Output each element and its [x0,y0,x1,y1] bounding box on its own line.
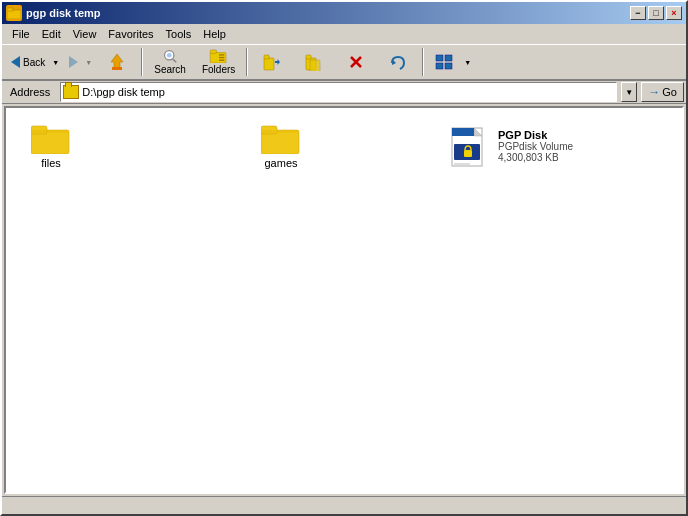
svg-rect-3 [112,67,122,70]
svg-rect-24 [436,63,443,69]
copy-icon [305,53,323,71]
svg-rect-23 [445,55,452,61]
back-dropdown-button[interactable]: ▼ [50,46,62,78]
forward-chevron-icon: ▼ [85,59,92,66]
up-arrow-icon [107,52,127,72]
forward-arrow-icon [69,56,78,68]
svg-rect-28 [31,130,69,133]
address-chevron-icon: ▼ [625,88,633,97]
views-button[interactable] [428,46,462,78]
menu-view[interactable]: View [67,26,103,42]
toolbar-sep-1 [141,48,143,76]
menu-file[interactable]: File [6,26,36,42]
forward-button[interactable] [64,46,83,78]
back-arrow-icon [11,56,20,68]
address-folder-icon [63,85,79,99]
svg-rect-1 [7,8,13,11]
folders-button[interactable]: Folders [195,46,242,78]
toolbar: Back ▼ ▼ [2,44,686,80]
address-dropdown-button[interactable]: ▼ [621,82,637,102]
up-button[interactable] [97,46,137,78]
delete-icon [347,53,365,71]
content-area: files games [4,106,684,494]
minimize-button[interactable]: − [630,6,646,20]
folder-icon [261,122,301,154]
svg-marker-21 [392,59,396,65]
title-bar-buttons: − □ × [630,6,682,20]
views-button-group: ▼ [428,46,474,78]
maximize-button[interactable]: □ [648,6,664,20]
forward-dropdown-button[interactable]: ▼ [83,46,95,78]
search-icon [160,49,180,63]
undo-button[interactable] [378,46,418,78]
svg-rect-31 [261,130,299,133]
views-dropdown-button[interactable]: ▼ [462,46,474,78]
pgpdisk-icon [450,126,490,166]
menu-tools[interactable]: Tools [160,26,198,42]
copy-to-button[interactable] [294,46,334,78]
svg-marker-2 [111,54,123,68]
svg-rect-17 [306,55,311,59]
svg-rect-18 [310,60,320,71]
menu-bar: File Edit View Favorites Tools Help [2,24,686,44]
window-icon [6,5,22,21]
search-label: Search [154,64,186,75]
toolbar-sep-3 [422,48,424,76]
search-button[interactable]: Search [147,46,193,78]
file-name: games [264,157,297,169]
svg-marker-14 [275,59,280,62]
address-input[interactable] [82,86,614,98]
go-arrow-icon: → [648,85,660,99]
list-item[interactable]: PGP Disk PGPdisk Volume 4,300,803 KB [446,118,646,173]
address-bar: Address ▼ → Go [2,80,686,104]
menu-edit[interactable]: Edit [36,26,67,42]
pgpdisk-size: 4,300,803 KB [498,152,573,163]
pgpdisk-info: PGP Disk PGPdisk Volume 4,300,803 KB [498,129,573,163]
svg-rect-25 [445,63,452,69]
explorer-window: pgp disk temp − □ × File Edit View Favor… [0,0,688,516]
undo-icon [388,53,408,71]
pgpdisk-type: PGPdisk Volume [498,141,573,152]
back-button-group: Back ▼ [6,46,62,78]
views-chevron-icon: ▼ [464,59,471,66]
svg-rect-22 [436,55,443,61]
back-button[interactable]: Back [6,46,50,78]
folders-icon [209,49,229,63]
pgpdisk-name: PGP Disk [498,129,573,141]
folder-icon [31,122,71,154]
title-bar: pgp disk temp − □ × [2,2,686,24]
menu-help[interactable]: Help [197,26,232,42]
svg-rect-13 [264,55,269,59]
move-icon [263,53,281,71]
svg-rect-12 [264,58,274,70]
svg-rect-0 [7,10,21,19]
address-input-wrap [60,82,617,102]
menu-favorites[interactable]: Favorites [102,26,159,42]
forward-button-group: ▼ [64,46,95,78]
svg-marker-15 [275,62,280,65]
toolbar-sep-2 [246,48,248,76]
go-label: Go [662,86,677,98]
views-icon [435,54,455,70]
svg-rect-9 [219,54,224,55]
delete-button[interactable] [336,46,376,78]
address-label: Address [4,86,56,98]
move-to-button[interactable] [252,46,292,78]
back-label: Back [23,57,45,68]
svg-line-5 [173,59,177,62]
file-name: files [41,157,61,169]
window-title: pgp disk temp [26,7,101,19]
svg-point-6 [167,53,172,58]
status-bar [2,496,686,514]
list-item[interactable]: files [16,118,86,173]
close-button[interactable]: × [666,6,682,20]
svg-rect-36 [464,150,472,157]
svg-rect-8 [210,50,216,54]
folders-label: Folders [202,64,235,75]
svg-rect-34 [452,128,474,136]
svg-rect-11 [219,60,224,61]
back-chevron-icon: ▼ [52,59,59,66]
address-go-button[interactable]: → Go [641,82,684,102]
title-bar-left: pgp disk temp [6,5,101,21]
list-item[interactable]: games [246,118,316,173]
